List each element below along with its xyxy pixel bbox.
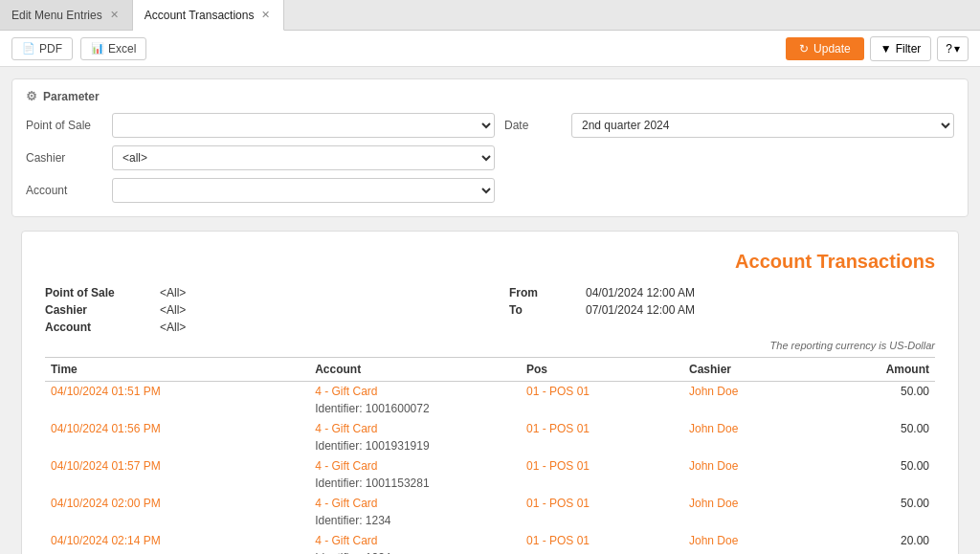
th-time: Time <box>45 358 309 382</box>
pos-label: Point of Sale <box>26 119 102 132</box>
tab-account-transactions[interactable]: Account Transactions ✕ <box>133 0 285 31</box>
report-params: Point of Sale <All> From 04/01/2024 12:0… <box>45 286 935 334</box>
tab-edit-menu-label: Edit Menu Entries <box>11 9 102 22</box>
table-row: 04/10/2024 01:56 PM4 - Gift Card01 - POS… <box>45 419 935 438</box>
filter-label: Filter <box>896 42 922 55</box>
identifier-value: Identifier: 1001931919 <box>309 438 935 456</box>
identifier-label <box>45 476 309 494</box>
cell-account[interactable]: 4 - Gift Card <box>309 494 521 513</box>
help-button[interactable]: ? ▾ <box>937 36 969 61</box>
update-label: Update <box>813 42 851 55</box>
content-area: ⚙ Parameter Point of Sale Date 2nd quart… <box>0 67 980 554</box>
identifier-row: Identifier: 1234 <box>45 550 935 554</box>
update-button[interactable]: ↻ Update <box>786 37 864 60</box>
cashier-select[interactable]: <all> <box>112 145 495 170</box>
cell-time[interactable]: 04/10/2024 02:00 PM <box>45 494 309 513</box>
identifier-value: Identifier: 1001600072 <box>309 401 935 419</box>
cell-account[interactable]: 4 - Gift Card <box>309 456 521 476</box>
help-chevron-icon: ▾ <box>954 42 960 55</box>
identifier-label <box>45 513 309 531</box>
identifier-row: Identifier: 1001600072 <box>45 401 935 419</box>
tab-bar: Edit Menu Entries ✕ Account Transactions… <box>0 0 980 31</box>
rp-to-value: 07/01/2024 12:00 AM <box>586 303 935 317</box>
cell-amount: 50.00 <box>815 419 935 438</box>
cell-pos[interactable]: 01 - POS 01 <box>521 531 683 550</box>
table-row: 04/10/2024 02:00 PM4 - Gift Card01 - POS… <box>45 494 935 513</box>
toolbar: 📄 PDF 📊 Excel ↻ Update ▼ Filter ? ▾ <box>0 31 980 67</box>
excel-button[interactable]: 📊 Excel <box>80 37 146 60</box>
report-container: Account Transactions Point of Sale <All>… <box>21 231 959 554</box>
cell-pos[interactable]: 01 - POS 01 <box>521 382 683 402</box>
tab-edit-menu[interactable]: Edit Menu Entries ✕ <box>0 0 133 30</box>
identifier-value: Identifier: 1234 <box>309 550 935 554</box>
cell-cashier[interactable]: John Doe <box>683 531 815 550</box>
report-table: Time Account Pos Cashier Amount 04/10/20… <box>45 357 935 554</box>
table-header-row: Time Account Pos Cashier Amount <box>45 358 935 382</box>
tab-account-transactions-close[interactable]: ✕ <box>259 9 272 21</box>
date-select[interactable]: 2nd quarter 2024 <box>571 113 954 138</box>
parameter-panel: ⚙ Parameter Point of Sale Date 2nd quart… <box>11 78 969 217</box>
cell-amount: 50.00 <box>815 456 935 476</box>
account-label: Account <box>26 184 102 197</box>
account-select[interactable] <box>112 178 495 203</box>
update-icon: ↻ <box>799 42 809 55</box>
th-pos: Pos <box>521 358 683 382</box>
cell-cashier[interactable]: John Doe <box>683 382 815 402</box>
toolbar-right: ↻ Update ▼ Filter ? ▾ <box>786 36 969 61</box>
identifier-value: Identifier: 1001153281 <box>309 476 935 494</box>
cell-cashier[interactable]: John Doe <box>683 419 815 438</box>
parameter-icon: ⚙ <box>26 89 37 103</box>
th-amount: Amount <box>815 358 935 382</box>
identifier-row: Identifier: 1001931919 <box>45 438 935 456</box>
identifier-row: Identifier: 1234 <box>45 513 935 531</box>
table-row: 04/10/2024 01:51 PM4 - Gift Card01 - POS… <box>45 382 935 402</box>
tab-account-transactions-label: Account Transactions <box>145 9 255 22</box>
rp-account-value: <All> <box>160 321 509 334</box>
pos-select[interactable] <box>112 113 495 138</box>
rp-to-label: To <box>509 303 586 317</box>
pdf-label: PDF <box>39 42 62 55</box>
parameter-title-text: Parameter <box>43 90 100 103</box>
cell-cashier[interactable]: John Doe <box>683 456 815 476</box>
table-row: 04/10/2024 01:57 PM4 - Gift Card01 - POS… <box>45 456 935 476</box>
rp-cashier-label: Cashier <box>45 303 160 317</box>
filter-icon: ▼ <box>880 42 892 55</box>
cell-pos[interactable]: 01 - POS 01 <box>521 419 683 438</box>
parameter-title: ⚙ Parameter <box>26 89 954 103</box>
cell-time[interactable]: 04/10/2024 01:56 PM <box>45 419 309 438</box>
pdf-button[interactable]: 📄 PDF <box>11 37 73 60</box>
currency-note: The reporting currency is US-Dollar <box>45 340 935 351</box>
cell-account[interactable]: 4 - Gift Card <box>309 419 521 438</box>
th-cashier: Cashier <box>683 358 815 382</box>
rp-from-value: 04/01/2024 12:00 AM <box>586 286 935 299</box>
cell-time[interactable]: 04/10/2024 02:14 PM <box>45 531 309 550</box>
report-title: Account Transactions <box>45 251 935 273</box>
parameter-grid: Point of Sale Date 2nd quarter 2024 Cash… <box>26 113 954 203</box>
cell-time[interactable]: 04/10/2024 01:51 PM <box>45 382 309 402</box>
identifier-value: Identifier: 1234 <box>309 513 935 531</box>
identifier-label <box>45 401 309 419</box>
cell-amount: 50.00 <box>815 494 935 513</box>
th-account: Account <box>309 358 521 382</box>
rp-account-label: Account <box>45 321 160 334</box>
filter-button[interactable]: ▼ Filter <box>870 36 932 61</box>
excel-label: Excel <box>108 42 136 55</box>
cell-account[interactable]: 4 - Gift Card <box>309 531 521 550</box>
cell-pos[interactable]: 01 - POS 01 <box>521 494 683 513</box>
excel-icon: 📊 <box>91 42 104 55</box>
cell-cashier[interactable]: John Doe <box>683 494 815 513</box>
rp-cashier-value: <All> <box>160 303 509 317</box>
identifier-label <box>45 550 309 554</box>
cell-account[interactable]: 4 - Gift Card <box>309 382 521 402</box>
cell-pos[interactable]: 01 - POS 01 <box>521 456 683 476</box>
rp-from-label: From <box>509 286 586 299</box>
tab-edit-menu-close[interactable]: ✕ <box>108 9 121 21</box>
table-row: 04/10/2024 02:14 PM4 - Gift Card01 - POS… <box>45 531 935 550</box>
rp-pos-value: <All> <box>160 286 509 299</box>
cell-amount: 20.00 <box>815 531 935 550</box>
date-label: Date <box>504 119 562 132</box>
cell-time[interactable]: 04/10/2024 01:57 PM <box>45 456 309 476</box>
cashier-label: Cashier <box>26 151 102 165</box>
pdf-icon: 📄 <box>22 42 35 55</box>
rp-pos-label: Point of Sale <box>45 286 160 299</box>
